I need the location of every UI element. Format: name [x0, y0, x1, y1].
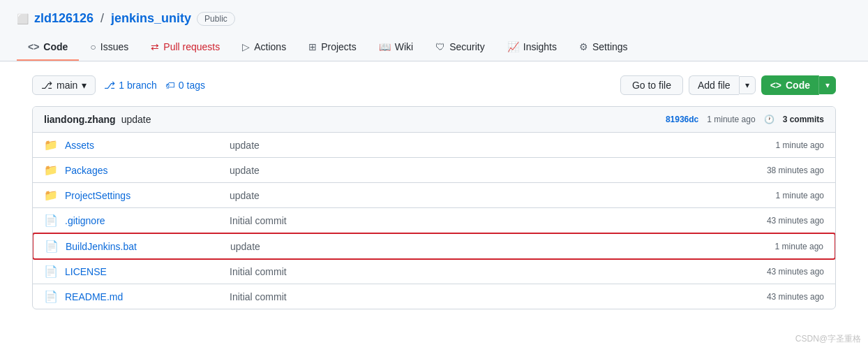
actions-icon: ▷	[242, 41, 250, 52]
file-icon: 📄	[44, 290, 58, 303]
insights-icon: 📈	[507, 41, 519, 52]
projects-icon: ⊞	[308, 41, 317, 52]
repo-nav: <> Code ○ Issues ⇄ Pull requests ▷ Actio…	[17, 34, 851, 61]
tab-wiki[interactable]: 📖 Wiki	[368, 34, 424, 61]
file-time: 43 minutes ago	[719, 292, 824, 302]
file-commit-message: update	[218, 190, 719, 201]
file-name-link[interactable]: Assets	[65, 140, 218, 151]
file-name-link[interactable]: ProjectSettings	[65, 190, 218, 201]
code-button-group: <> Code ▾	[761, 75, 836, 95]
file-time: 1 minute ago	[719, 191, 824, 200]
file-name-link[interactable]: .gitignore	[65, 215, 218, 226]
tab-settings[interactable]: ⚙ Settings	[568, 34, 639, 61]
folder-icon: 📁	[44, 189, 58, 202]
add-file-button-group: Add file ▾	[689, 75, 756, 95]
main-content: ⎇ main ▾ ⎇ 1 branch 🏷 0 tags Go to file …	[15, 61, 853, 323]
branch-count-link[interactable]: ⎇ 1 branch	[104, 80, 156, 91]
commits-count-link[interactable]: 3 commits	[783, 115, 824, 124]
table-row: 📁 Assets update 1 minute ago	[33, 133, 835, 158]
commit-bar-right: 81936dc 1 minute ago 🕐 3 commits	[666, 115, 824, 124]
file-time: 38 minutes ago	[719, 166, 824, 175]
file-table: liandong.zhang update 81936dc 1 minute a…	[32, 106, 836, 309]
file-commit-message[interactable]: Initial commit	[218, 291, 719, 302]
branch-fork-icon: ⎇	[104, 80, 115, 91]
add-file-main-button[interactable]: Add file	[689, 75, 739, 95]
file-time: 43 minutes ago	[719, 216, 824, 226]
file-commit-message: update	[219, 241, 719, 252]
commit-bar: liandong.zhang update 81936dc 1 minute a…	[33, 107, 835, 133]
tab-projects[interactable]: ⊞ Projects	[297, 34, 368, 61]
repo-icon: ⬜	[17, 13, 29, 24]
tab-insights-label: Insights	[523, 41, 557, 52]
folder-icon: 📁	[44, 163, 58, 177]
tab-pr-label: Pull requests	[163, 41, 220, 52]
tag-icon: 🏷	[165, 80, 175, 91]
go-to-file-button[interactable]: Go to file	[620, 75, 683, 95]
file-time: 1 minute ago	[719, 140, 824, 150]
file-name-link[interactable]: README.md	[65, 291, 218, 302]
issues-icon: ○	[90, 41, 96, 52]
tab-issues-label: Issues	[100, 41, 128, 52]
tab-wiki-label: Wiki	[395, 41, 413, 52]
folder-icon: 📁	[44, 138, 58, 152]
table-row: 📁 ProjectSettings update 1 minute ago	[33, 183, 835, 208]
add-file-caret-button[interactable]: ▾	[739, 76, 756, 94]
settings-icon: ⚙	[579, 41, 588, 52]
file-commit-message[interactable]: Initial commit	[218, 266, 719, 277]
tab-pull-requests[interactable]: ⇄ Pull requests	[140, 34, 231, 61]
file-name-link[interactable]: LICENSE	[65, 266, 218, 277]
commit-history-icon: 🕐	[764, 115, 775, 124]
tab-actions[interactable]: ▷ Actions	[231, 34, 297, 61]
file-commit-message: update	[218, 140, 719, 151]
commit-bar-left: liandong.zhang update	[44, 114, 151, 125]
tab-insights[interactable]: 📈 Insights	[496, 34, 568, 61]
commit-hash[interactable]: 81936dc	[666, 115, 698, 124]
code-caret-button[interactable]: ▾	[819, 76, 836, 94]
file-time: 43 minutes ago	[719, 267, 824, 277]
tab-security-label: Security	[449, 41, 485, 52]
code-arrows-icon: <>	[770, 80, 781, 91]
repo-name-link[interactable]: jenkins_unity	[111, 11, 191, 26]
tab-issues[interactable]: ○ Issues	[79, 34, 140, 61]
tab-code-label: Code	[43, 41, 68, 52]
table-row: 📄 .gitignore Initial commit 43 minutes a…	[33, 208, 835, 233]
repo-separator: /	[100, 11, 104, 26]
toolbar-right: Go to file Add file ▾ <> Code ▾	[620, 75, 836, 95]
tag-count-link[interactable]: 🏷 0 tags	[165, 80, 205, 91]
branch-selector-button[interactable]: ⎇ main ▾	[32, 75, 96, 95]
nav-tab-list: <> Code ○ Issues ⇄ Pull requests ▷ Actio…	[17, 34, 851, 61]
file-commit-message[interactable]: Initial commit	[218, 215, 719, 226]
code-button-label: Code	[786, 80, 810, 91]
file-icon: 📄	[45, 240, 59, 253]
commit-message: update	[121, 114, 151, 125]
visibility-badge: Public	[197, 12, 235, 26]
toolbar-left: ⎇ main ▾ ⎇ 1 branch 🏷 0 tags	[32, 75, 205, 95]
tab-security[interactable]: 🛡 Security	[424, 34, 496, 61]
tab-actions-label: Actions	[254, 41, 286, 52]
tab-settings-label: Settings	[592, 41, 628, 52]
branch-caret-icon: ▾	[82, 80, 87, 91]
file-name-link[interactable]: Packages	[65, 165, 218, 176]
tab-projects-label: Projects	[321, 41, 357, 52]
file-icon: 📄	[44, 214, 58, 227]
tag-count-text: 0 tags	[179, 80, 205, 91]
file-name-link[interactable]: BuildJenkins.bat	[66, 241, 219, 252]
commit-time: 1 minute ago	[707, 115, 755, 124]
tab-code[interactable]: <> Code	[17, 34, 79, 61]
code-icon: <>	[28, 41, 39, 52]
file-icon: 📄	[44, 265, 58, 278]
pr-icon: ⇄	[151, 41, 159, 52]
security-icon: 🛡	[435, 41, 445, 52]
commit-author[interactable]: liandong.zhang	[44, 114, 116, 125]
table-row: 📁 Packages update 38 minutes ago	[33, 158, 835, 183]
branch-count-text: 1 branch	[119, 80, 156, 91]
branch-name: main	[57, 80, 77, 91]
repo-owner-link[interactable]: zld126126	[34, 11, 93, 26]
table-row: 📄 README.md Initial commit 43 minutes ag…	[33, 284, 835, 309]
file-time: 1 minute ago	[719, 242, 823, 251]
table-row: 📄 LICENSE Initial commit 43 minutes ago	[33, 259, 835, 284]
code-main-button[interactable]: <> Code	[761, 75, 819, 95]
table-row: 📄 BuildJenkins.bat update 1 minute ago	[32, 233, 836, 260]
branch-icon: ⎇	[41, 80, 52, 91]
repo-header: ⬜ zld126126 / jenkins_unity Public <> Co…	[0, 0, 868, 61]
